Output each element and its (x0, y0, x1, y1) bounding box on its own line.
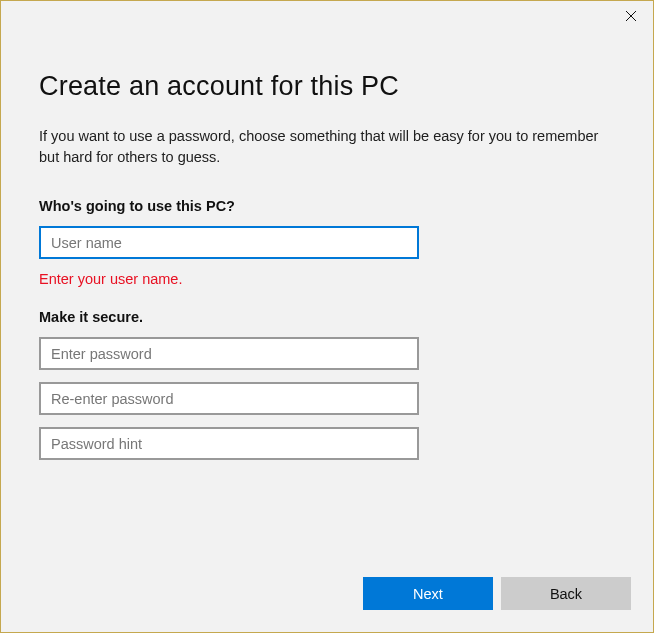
password-confirm-input[interactable] (39, 382, 419, 415)
password-hint-input[interactable] (39, 427, 419, 460)
page-description: If you want to use a password, choose so… (39, 126, 615, 168)
close-button[interactable] (608, 1, 653, 31)
page-title: Create an account for this PC (39, 71, 615, 102)
close-icon (626, 11, 636, 21)
next-button[interactable]: Next (363, 577, 493, 610)
titlebar (1, 1, 653, 33)
dialog-content: Create an account for this PC If you wan… (1, 33, 653, 460)
back-button[interactable]: Back (501, 577, 631, 610)
user-section-label: Who's going to use this PC? (39, 198, 615, 214)
secure-section-label: Make it secure. (39, 309, 615, 325)
password-input[interactable] (39, 337, 419, 370)
username-error: Enter your user name. (39, 271, 615, 287)
dialog-footer: Next Back (363, 577, 631, 610)
username-input[interactable] (39, 226, 419, 259)
